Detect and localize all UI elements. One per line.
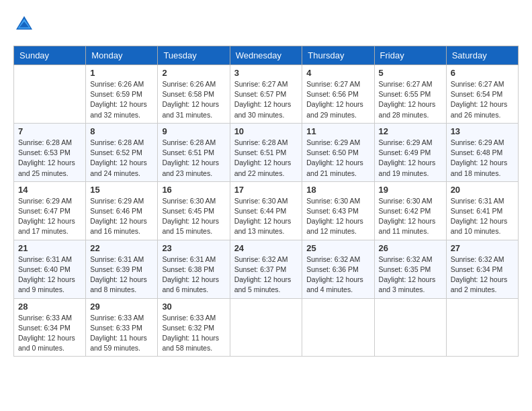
day-info: Sunrise: 6:27 AM Sunset: 6:56 PM Dayligh… <box>306 79 369 120</box>
day-number: 2 <box>162 68 225 78</box>
day-number: 3 <box>234 68 298 78</box>
day-info: Sunrise: 6:30 AM Sunset: 6:45 PM Dayligh… <box>162 196 225 237</box>
day-number: 22 <box>90 243 153 253</box>
calendar-cell: 11Sunrise: 6:29 AM Sunset: 6:50 PM Dayli… <box>302 123 374 181</box>
week-row-4: 21Sunrise: 6:31 AM Sunset: 6:40 PM Dayli… <box>14 240 519 298</box>
day-number: 15 <box>90 185 153 195</box>
calendar-cell: 29Sunrise: 6:33 AM Sunset: 6:33 PM Dayli… <box>86 298 158 357</box>
day-number: 21 <box>18 243 81 253</box>
calendar-cell: 17Sunrise: 6:30 AM Sunset: 6:44 PM Dayli… <box>230 181 302 240</box>
page-header <box>13 13 519 35</box>
column-header-thursday: Thursday <box>302 46 374 65</box>
day-number: 19 <box>379 185 442 195</box>
day-number: 25 <box>306 243 369 253</box>
day-number: 18 <box>306 185 369 195</box>
calendar-cell: 15Sunrise: 6:29 AM Sunset: 6:46 PM Dayli… <box>86 181 158 240</box>
logo <box>13 13 38 35</box>
day-info: Sunrise: 6:33 AM Sunset: 6:33 PM Dayligh… <box>90 313 153 354</box>
day-info: Sunrise: 6:28 AM Sunset: 6:52 PM Dayligh… <box>90 138 153 179</box>
calendar-cell: 12Sunrise: 6:29 AM Sunset: 6:49 PM Dayli… <box>374 123 446 181</box>
calendar-cell: 7Sunrise: 6:28 AM Sunset: 6:53 PM Daylig… <box>14 123 86 181</box>
day-number: 16 <box>162 185 225 195</box>
calendar-table: SundayMondayTuesdayWednesdayThursdayFrid… <box>13 46 519 357</box>
column-header-saturday: Saturday <box>446 46 518 65</box>
calendar-cell: 14Sunrise: 6:29 AM Sunset: 6:47 PM Dayli… <box>14 181 86 240</box>
day-number: 23 <box>162 243 225 253</box>
day-number: 27 <box>451 243 514 253</box>
calendar-cell <box>302 298 374 357</box>
calendar-cell: 10Sunrise: 6:28 AM Sunset: 6:51 PM Dayli… <box>230 123 302 181</box>
day-info: Sunrise: 6:28 AM Sunset: 6:51 PM Dayligh… <box>234 138 298 179</box>
calendar-cell: 16Sunrise: 6:30 AM Sunset: 6:45 PM Dayli… <box>158 181 230 240</box>
day-number: 24 <box>234 243 298 253</box>
calendar-cell: 19Sunrise: 6:30 AM Sunset: 6:42 PM Dayli… <box>374 181 446 240</box>
column-header-friday: Friday <box>374 46 446 65</box>
day-info: Sunrise: 6:29 AM Sunset: 6:46 PM Dayligh… <box>90 196 153 237</box>
day-info: Sunrise: 6:26 AM Sunset: 6:59 PM Dayligh… <box>90 79 153 120</box>
column-header-sunday: Sunday <box>14 46 86 65</box>
day-info: Sunrise: 6:31 AM Sunset: 6:39 PM Dayligh… <box>90 255 153 295</box>
day-info: Sunrise: 6:30 AM Sunset: 6:42 PM Dayligh… <box>379 196 442 237</box>
day-info: Sunrise: 6:29 AM Sunset: 6:50 PM Dayligh… <box>306 138 369 179</box>
calendar-cell: 5Sunrise: 6:27 AM Sunset: 6:55 PM Daylig… <box>374 65 446 124</box>
calendar-cell: 9Sunrise: 6:28 AM Sunset: 6:51 PM Daylig… <box>158 123 230 181</box>
day-number: 7 <box>18 126 81 136</box>
week-row-5: 28Sunrise: 6:33 AM Sunset: 6:34 PM Dayli… <box>14 298 519 357</box>
day-number: 29 <box>90 302 153 312</box>
day-info: Sunrise: 6:26 AM Sunset: 6:58 PM Dayligh… <box>162 79 225 120</box>
day-number: 10 <box>234 126 298 136</box>
day-number: 11 <box>306 126 369 136</box>
calendar-cell: 26Sunrise: 6:32 AM Sunset: 6:35 PM Dayli… <box>374 240 446 298</box>
day-info: Sunrise: 6:31 AM Sunset: 6:38 PM Dayligh… <box>162 255 225 295</box>
day-number: 12 <box>379 126 442 136</box>
calendar-cell: 20Sunrise: 6:31 AM Sunset: 6:41 PM Dayli… <box>446 181 518 240</box>
day-info: Sunrise: 6:29 AM Sunset: 6:47 PM Dayligh… <box>18 196 81 237</box>
day-number: 26 <box>379 243 442 253</box>
calendar-cell: 2Sunrise: 6:26 AM Sunset: 6:58 PM Daylig… <box>158 65 230 124</box>
calendar-cell: 21Sunrise: 6:31 AM Sunset: 6:40 PM Dayli… <box>14 240 86 298</box>
calendar-cell: 1Sunrise: 6:26 AM Sunset: 6:59 PM Daylig… <box>86 65 158 124</box>
day-number: 20 <box>451 185 514 195</box>
calendar-cell: 25Sunrise: 6:32 AM Sunset: 6:36 PM Dayli… <box>302 240 374 298</box>
calendar-cell: 28Sunrise: 6:33 AM Sunset: 6:34 PM Dayli… <box>14 298 86 357</box>
day-number: 8 <box>90 126 153 136</box>
day-info: Sunrise: 6:29 AM Sunset: 6:48 PM Dayligh… <box>451 138 514 179</box>
day-info: Sunrise: 6:31 AM Sunset: 6:41 PM Dayligh… <box>451 196 514 237</box>
day-number: 9 <box>162 126 225 136</box>
day-info: Sunrise: 6:33 AM Sunset: 6:32 PM Dayligh… <box>162 313 225 354</box>
day-number: 13 <box>451 126 514 136</box>
week-row-1: 1Sunrise: 6:26 AM Sunset: 6:59 PM Daylig… <box>14 65 519 124</box>
day-info: Sunrise: 6:30 AM Sunset: 6:44 PM Dayligh… <box>234 196 298 237</box>
day-info: Sunrise: 6:33 AM Sunset: 6:34 PM Dayligh… <box>18 313 81 354</box>
calendar-cell: 18Sunrise: 6:30 AM Sunset: 6:43 PM Dayli… <box>302 181 374 240</box>
calendar-cell: 4Sunrise: 6:27 AM Sunset: 6:56 PM Daylig… <box>302 65 374 124</box>
day-number: 1 <box>90 68 153 78</box>
day-info: Sunrise: 6:30 AM Sunset: 6:43 PM Dayligh… <box>306 196 369 237</box>
day-info: Sunrise: 6:27 AM Sunset: 6:55 PM Dayligh… <box>379 79 442 120</box>
day-info: Sunrise: 6:29 AM Sunset: 6:49 PM Dayligh… <box>379 138 442 179</box>
calendar-header-row: SundayMondayTuesdayWednesdayThursdayFrid… <box>14 46 519 65</box>
day-info: Sunrise: 6:28 AM Sunset: 6:51 PM Dayligh… <box>162 138 225 179</box>
day-number: 4 <box>306 68 369 78</box>
calendar-cell: 30Sunrise: 6:33 AM Sunset: 6:32 PM Dayli… <box>158 298 230 357</box>
day-info: Sunrise: 6:28 AM Sunset: 6:53 PM Dayligh… <box>18 138 81 179</box>
day-info: Sunrise: 6:32 AM Sunset: 6:35 PM Dayligh… <box>379 255 442 295</box>
week-row-3: 14Sunrise: 6:29 AM Sunset: 6:47 PM Dayli… <box>14 181 519 240</box>
day-number: 28 <box>18 302 81 312</box>
column-header-monday: Monday <box>86 46 158 65</box>
calendar-cell <box>374 298 446 357</box>
calendar-cell <box>14 65 86 124</box>
day-info: Sunrise: 6:27 AM Sunset: 6:57 PM Dayligh… <box>234 79 298 120</box>
day-info: Sunrise: 6:27 AM Sunset: 6:54 PM Dayligh… <box>451 79 514 120</box>
day-number: 30 <box>162 302 225 312</box>
calendar-cell: 3Sunrise: 6:27 AM Sunset: 6:57 PM Daylig… <box>230 65 302 124</box>
day-info: Sunrise: 6:31 AM Sunset: 6:40 PM Dayligh… <box>18 255 81 295</box>
calendar-cell: 8Sunrise: 6:28 AM Sunset: 6:52 PM Daylig… <box>86 123 158 181</box>
day-info: Sunrise: 6:32 AM Sunset: 6:37 PM Dayligh… <box>234 255 298 295</box>
day-number: 6 <box>451 68 514 78</box>
calendar-cell: 6Sunrise: 6:27 AM Sunset: 6:54 PM Daylig… <box>446 65 518 124</box>
column-header-tuesday: Tuesday <box>158 46 230 65</box>
calendar-cell: 27Sunrise: 6:32 AM Sunset: 6:34 PM Dayli… <box>446 240 518 298</box>
calendar-cell <box>230 298 302 357</box>
column-header-wednesday: Wednesday <box>230 46 302 65</box>
